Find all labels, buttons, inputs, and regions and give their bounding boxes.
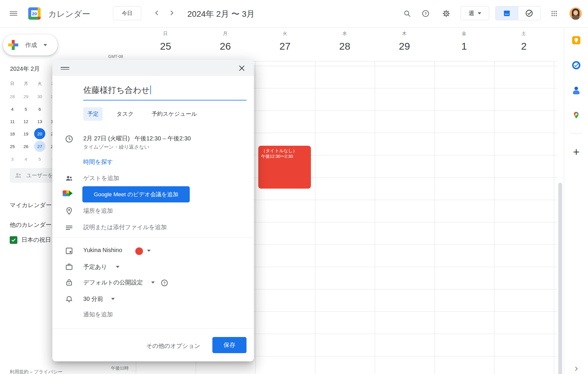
main-menu-button[interactable]	[6, 6, 21, 21]
apps-grid-icon	[551, 10, 558, 17]
add-guests-field[interactable]: ゲストを追加	[83, 174, 119, 182]
keep-icon[interactable]	[570, 34, 583, 47]
add-location-field[interactable]: 場所を追加	[83, 207, 113, 215]
bell-icon	[65, 294, 74, 303]
previous-week-button[interactable]	[150, 6, 164, 20]
holiday-calendar-label: 日本の祝日	[21, 236, 51, 244]
weekday-label: 水	[321, 31, 368, 36]
timezone-recurrence-text[interactable]: タイムゾーン・繰り返さない	[83, 144, 149, 150]
mini-cal-day[interactable]: 30	[34, 91, 45, 102]
find-time-link[interactable]: 時間を探す	[83, 158, 113, 166]
day-number[interactable]: 1	[441, 41, 488, 52]
terms-privacy-links[interactable]: 利用規約 – プライバシー	[10, 369, 63, 374]
mini-cal-day[interactable]: 26	[20, 141, 31, 152]
mini-cal-day[interactable]: 19	[20, 128, 31, 139]
today-button[interactable]: 今日	[113, 6, 141, 20]
notification-dropdown-caret[interactable]	[111, 298, 115, 300]
visibility-dropdown-caret[interactable]	[151, 281, 155, 284]
chevron-down-icon	[44, 44, 47, 46]
my-calendars-section[interactable]: マイカレンダー	[10, 201, 52, 209]
add-meet-button[interactable]: Google Meet のビデオ会議を追加	[82, 186, 190, 202]
day-number[interactable]: 2	[500, 41, 547, 52]
notification-dropdown[interactable]: 30 分前	[83, 295, 103, 303]
search-button[interactable]	[399, 6, 415, 21]
top-bar: 20 カレンダー 今日 2024年 2月 〜 3月 ?	[0, 0, 588, 28]
day-header-火[interactable]: 火 27	[261, 31, 309, 52]
busy-status-dropdown[interactable]: 予定あり	[83, 263, 107, 271]
mini-cal-day[interactable]: 28	[7, 91, 18, 102]
mini-cal-day[interactable]: 29	[20, 91, 31, 102]
event-title-input[interactable]: 佐藤様打ち合わせ	[83, 85, 246, 100]
calendar-owner-name[interactable]: Yukina Nishino	[83, 247, 122, 254]
maps-icon[interactable]	[570, 109, 583, 122]
event-type-tabs: 予定タスク予約スケジュール	[83, 107, 201, 121]
calendar-view-toggle[interactable]	[496, 6, 518, 20]
visibility-dropdown[interactable]: デフォルトの公開設定	[83, 279, 143, 286]
calendar-item-japanese-holidays[interactable]: 日本の祝日	[10, 236, 51, 244]
event-datetime-row[interactable]: 2月 27日 (火曜日) 午後12:30 – 午後2:30	[83, 135, 191, 142]
get-addons-button[interactable]: +	[573, 146, 579, 157]
busy-dropdown-caret[interactable]	[116, 266, 119, 268]
visibility-help-icon[interactable]: ?	[160, 279, 169, 287]
app-title: カレンダー	[48, 9, 90, 20]
hide-panel-chevron[interactable]	[573, 366, 579, 372]
day-header-水[interactable]: 水 28	[321, 31, 368, 52]
color-dropdown-caret[interactable]	[147, 250, 151, 252]
holiday-checkbox[interactable]	[10, 236, 17, 244]
mini-cal-day[interactable]: 13	[34, 116, 45, 127]
vertical-scrollbar[interactable]	[558, 183, 562, 374]
day-number[interactable]: 29	[381, 41, 428, 52]
day-header-日[interactable]: 日 25	[142, 31, 189, 52]
chevron-down-icon	[478, 12, 481, 14]
mini-cal-day[interactable]: 18	[7, 128, 18, 139]
day-number[interactable]: 28	[321, 41, 368, 52]
tab-予定[interactable]: 予定	[83, 107, 103, 121]
tasks-view-toggle[interactable]	[518, 6, 541, 20]
next-week-button[interactable]	[164, 6, 179, 20]
tasks-icon[interactable]	[570, 59, 583, 72]
day-header-木[interactable]: 木 29	[381, 31, 428, 52]
mini-cal-day[interactable]: 11	[7, 116, 18, 127]
google-meet-icon	[63, 189, 73, 197]
day-header-土[interactable]: 土 2	[500, 31, 547, 52]
user-avatar[interactable]	[569, 7, 582, 20]
more-options-button[interactable]: その他のオプション	[146, 342, 200, 350]
calendar-event-untitled[interactable]: （タイトルなし） 午後12:30〜2:30	[258, 146, 311, 189]
mini-cal-day[interactable]: 27	[34, 141, 45, 152]
description-icon	[65, 223, 74, 232]
dialog-drag-bar[interactable]	[52, 60, 254, 76]
mini-cal-day[interactable]: 25	[7, 141, 18, 152]
mini-cal-day[interactable]: 4	[20, 153, 31, 165]
briefcase-icon	[65, 262, 74, 271]
mini-cal-day[interactable]: 3	[7, 153, 18, 165]
day-number[interactable]: 26	[202, 41, 249, 52]
calendar-tasks-toggle	[495, 6, 541, 20]
mini-cal-day[interactable]: 5	[34, 153, 45, 165]
close-dialog-button[interactable]	[236, 63, 247, 74]
add-description-field[interactable]: 説明または添付ファイルを追加	[83, 223, 167, 231]
help-button[interactable]: ?	[418, 6, 433, 21]
mini-cal-day[interactable]: 6	[34, 103, 45, 115]
day-header-月[interactable]: 月 26	[202, 31, 249, 52]
settings-gear-button[interactable]	[439, 6, 454, 21]
tab-予約スケジュール[interactable]: 予約スケジュール	[147, 107, 201, 121]
day-number[interactable]: 27	[261, 41, 309, 52]
contacts-icon[interactable]	[570, 84, 583, 97]
mini-cal-day[interactable]: 5	[20, 103, 31, 115]
view-selector-value: 週	[469, 9, 474, 17]
other-calendars-section[interactable]: 他のカレンダー	[10, 221, 51, 229]
mini-cal-day[interactable]: 4	[7, 103, 18, 115]
google-apps-button[interactable]	[547, 6, 562, 21]
view-selector-dropdown[interactable]: 週	[461, 6, 489, 20]
save-button[interactable]: 保存	[212, 337, 246, 353]
add-notification-button[interactable]: 通知を追加	[83, 311, 113, 318]
event-title: （タイトルなし）	[261, 148, 308, 154]
mini-cal-day[interactable]: 20	[34, 128, 45, 139]
event-color-swatch[interactable]	[135, 247, 143, 255]
mini-cal-day[interactable]: 12	[20, 116, 31, 127]
day-number[interactable]: 25	[142, 41, 189, 52]
create-button[interactable]: 作成	[3, 34, 58, 56]
day-header-金[interactable]: 金 1	[441, 31, 488, 52]
tab-タスク[interactable]: タスク	[112, 107, 138, 121]
event-create-dialog: 佐藤様打ち合わせ 予定タスク予約スケジュール 2月 27日 (火曜日) 午後12…	[52, 60, 254, 361]
